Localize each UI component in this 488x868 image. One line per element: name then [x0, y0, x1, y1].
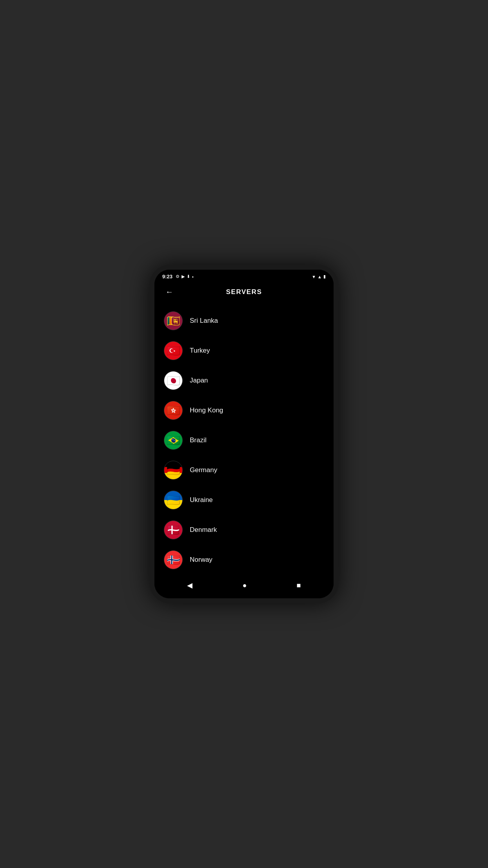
server-item-japan[interactable]: 🇯🇵Japan [154, 366, 334, 395]
nav-recent-button[interactable]: ■ [290, 580, 307, 591]
nav-home-button[interactable]: ● [236, 580, 253, 591]
status-bar: 9:23 ⚙ ▶ ⬇ ▪ ▼ ▲ ▮ [154, 270, 334, 282]
flag-germany: 🇩🇪 [164, 461, 183, 480]
server-item-germany[interactable]: 🇩🇪Germany [154, 455, 334, 485]
app-header: ← SERVERS [154, 282, 334, 303]
play-icon: ▶ [182, 274, 185, 279]
country-name-denmark: Denmark [190, 526, 217, 534]
country-name-brazil: Brazil [190, 436, 207, 444]
wifi-icon: ▼ [312, 274, 316, 279]
flag-hong-kong: 🇭🇰 [164, 401, 183, 420]
country-name-sri-lanka: Sri Lanka [190, 317, 218, 325]
bottom-nav: ◀ ● ■ [154, 575, 334, 598]
country-name-turkey: Turkey [190, 347, 210, 355]
nav-back-button[interactable]: ◀ [181, 579, 199, 591]
phone-screen: 9:23 ⚙ ▶ ⬇ ▪ ▼ ▲ ▮ ← SERVERS 🇱🇰Sri Lanka… [154, 270, 334, 598]
signal-icon: ▲ [317, 274, 322, 279]
nfc-icon: ▪ [192, 274, 194, 279]
server-item-sri-lanka[interactable]: 🇱🇰Sri Lanka [154, 306, 334, 336]
flag-sri-lanka: 🇱🇰 [164, 311, 183, 330]
page-title: SERVERS [226, 288, 262, 296]
server-item-denmark[interactable]: 🇩🇰Denmark [154, 515, 334, 545]
server-item-norway[interactable]: 🇳🇴Norway [154, 545, 334, 575]
back-button[interactable]: ← [162, 286, 176, 298]
flag-japan: 🇯🇵 [164, 371, 183, 390]
country-name-hong-kong: Hong Kong [190, 406, 223, 414]
server-item-hong-kong[interactable]: 🇭🇰Hong Kong [154, 395, 334, 425]
status-left: 9:23 ⚙ ▶ ⬇ ▪ [162, 274, 194, 280]
status-icons: ⚙ ▶ ⬇ ▪ [176, 274, 194, 279]
flag-denmark: 🇩🇰 [164, 520, 183, 539]
country-name-japan: Japan [190, 377, 208, 384]
country-name-germany: Germany [190, 466, 217, 474]
flag-norway: 🇳🇴 [164, 550, 183, 569]
status-time: 9:23 [162, 274, 172, 280]
server-item-turkey[interactable]: 🇹🇷Turkey [154, 336, 334, 366]
server-list: 🇱🇰Sri Lanka🇹🇷Turkey🇯🇵Japan🇭🇰Hong Kong🇧🇷B… [154, 303, 334, 575]
server-item-brazil[interactable]: 🇧🇷Brazil [154, 425, 334, 455]
flag-ukraine: 🇺🇦 [164, 491, 183, 509]
country-name-norway: Norway [190, 556, 213, 564]
country-name-ukraine: Ukraine [190, 496, 213, 504]
status-right: ▼ ▲ ▮ [312, 274, 326, 279]
download-icon: ⬇ [187, 274, 190, 279]
battery-icon: ▮ [323, 274, 326, 279]
flag-turkey: 🇹🇷 [164, 341, 183, 360]
phone-device: 9:23 ⚙ ▶ ⬇ ▪ ▼ ▲ ▮ ← SERVERS 🇱🇰Sri Lanka… [150, 265, 338, 603]
server-item-ukraine[interactable]: 🇺🇦Ukraine [154, 485, 334, 515]
settings-icon: ⚙ [176, 274, 180, 279]
flag-brazil: 🇧🇷 [164, 431, 183, 450]
